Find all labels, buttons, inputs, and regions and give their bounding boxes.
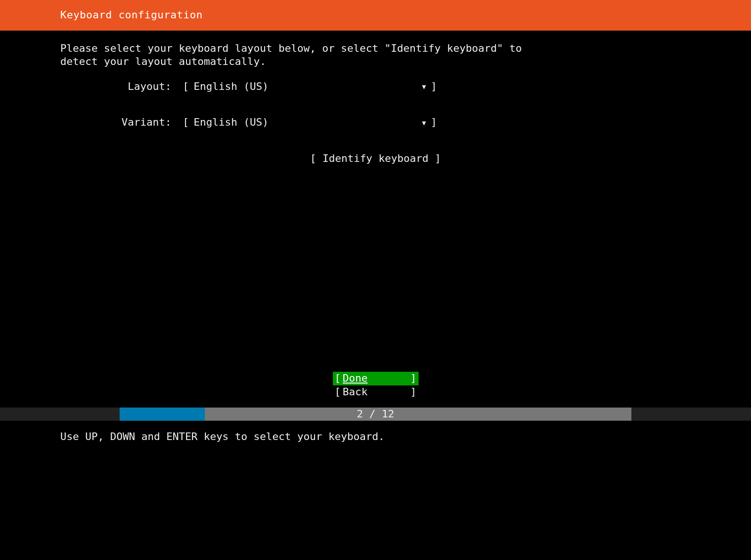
back-label: Back [341, 385, 411, 399]
progress-fill [120, 408, 205, 421]
right-bracket: ] [428, 152, 441, 164]
variant-label: Variant: [60, 116, 183, 129]
left-bracket: [ [183, 80, 189, 94]
instruction-text: Please select your keyboard layout below… [60, 42, 691, 69]
done-button[interactable]: [ Done ] [333, 372, 419, 385]
identify-row: [ Identify keyboard ] [60, 152, 691, 166]
layout-label: Layout: [60, 80, 183, 94]
layout-select[interactable]: [ English (US) ▼ ] [183, 80, 437, 94]
left-bracket: [ [183, 116, 189, 129]
chevron-down-icon: ▼ [422, 82, 430, 91]
installer-header: Keyboard configuration [0, 0, 751, 31]
left-bracket: [ [335, 372, 341, 385]
right-bracket: ] [410, 372, 416, 385]
variant-value: English (US) [189, 116, 422, 129]
variant-select[interactable]: [ English (US) ▼ ] [183, 116, 437, 129]
footer-buttons: [ Done ] [ Back ] [0, 372, 751, 399]
right-bracket: ] [431, 80, 437, 94]
done-label: Done [341, 372, 411, 385]
right-bracket: ] [410, 385, 416, 399]
left-bracket: [ [335, 385, 341, 399]
progress-bar: 2 / 12 [0, 408, 751, 421]
chevron-down-icon: ▼ [422, 119, 430, 127]
variant-field-row: Variant: [ English (US) ▼ ] [60, 116, 691, 129]
progress-track: 2 / 12 [120, 408, 631, 421]
identify-keyboard-button[interactable]: [ Identify keyboard ] [310, 152, 441, 166]
main-content: Please select your keyboard layout below… [0, 31, 751, 166]
back-button[interactable]: [ Back ] [333, 385, 419, 399]
page-title: Keyboard configuration [60, 9, 202, 21]
hint-text: Use UP, DOWN and ENTER keys to select yo… [60, 430, 385, 444]
right-bracket: ] [431, 116, 437, 129]
layout-field-row: Layout: [ English (US) ▼ ] [60, 80, 691, 94]
identify-label: Identify keyboard [323, 152, 428, 164]
left-bracket: [ [310, 152, 323, 164]
progress-text: 2 / 12 [357, 408, 394, 421]
layout-value: English (US) [189, 80, 422, 94]
